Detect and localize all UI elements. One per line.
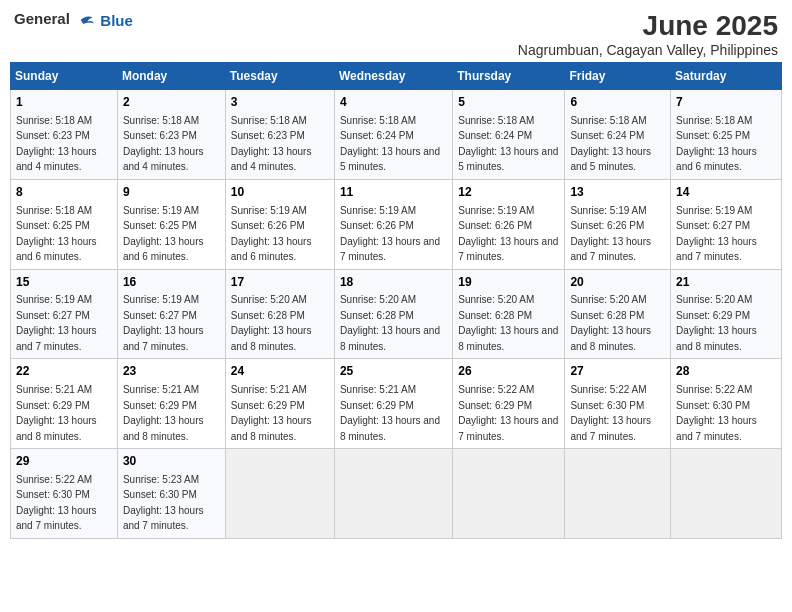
day-number: 14 bbox=[676, 184, 776, 201]
day-cell: 2Sunrise: 5:18 AMSunset: 6:23 PMDaylight… bbox=[117, 90, 225, 180]
day-info: Sunrise: 5:20 AMSunset: 6:28 PMDaylight:… bbox=[340, 294, 440, 352]
day-number: 2 bbox=[123, 94, 220, 111]
day-number: 6 bbox=[570, 94, 665, 111]
day-cell: 17Sunrise: 5:20 AMSunset: 6:28 PMDayligh… bbox=[225, 269, 334, 359]
day-number: 23 bbox=[123, 363, 220, 380]
day-cell: 30Sunrise: 5:23 AMSunset: 6:30 PMDayligh… bbox=[117, 449, 225, 539]
calendar-table: SundayMondayTuesdayWednesdayThursdayFrid… bbox=[10, 62, 782, 539]
day-cell: 22Sunrise: 5:21 AMSunset: 6:29 PMDayligh… bbox=[11, 359, 118, 449]
day-number: 18 bbox=[340, 274, 447, 291]
day-number: 17 bbox=[231, 274, 329, 291]
day-info: Sunrise: 5:19 AMSunset: 6:26 PMDaylight:… bbox=[458, 205, 558, 263]
day-number: 11 bbox=[340, 184, 447, 201]
day-cell: 19Sunrise: 5:20 AMSunset: 6:28 PMDayligh… bbox=[453, 269, 565, 359]
day-number: 3 bbox=[231, 94, 329, 111]
day-cell bbox=[334, 449, 452, 539]
col-header-friday: Friday bbox=[565, 63, 671, 90]
week-row-4: 22Sunrise: 5:21 AMSunset: 6:29 PMDayligh… bbox=[11, 359, 782, 449]
logo-general: General bbox=[14, 10, 70, 27]
day-number: 7 bbox=[676, 94, 776, 111]
day-cell: 13Sunrise: 5:19 AMSunset: 6:26 PMDayligh… bbox=[565, 179, 671, 269]
week-row-2: 8Sunrise: 5:18 AMSunset: 6:25 PMDaylight… bbox=[11, 179, 782, 269]
header-row: SundayMondayTuesdayWednesdayThursdayFrid… bbox=[11, 63, 782, 90]
day-cell: 20Sunrise: 5:20 AMSunset: 6:28 PMDayligh… bbox=[565, 269, 671, 359]
day-cell bbox=[453, 449, 565, 539]
day-cell: 1Sunrise: 5:18 AMSunset: 6:23 PMDaylight… bbox=[11, 90, 118, 180]
col-header-tuesday: Tuesday bbox=[225, 63, 334, 90]
day-info: Sunrise: 5:21 AMSunset: 6:29 PMDaylight:… bbox=[16, 384, 97, 442]
day-number: 20 bbox=[570, 274, 665, 291]
day-info: Sunrise: 5:19 AMSunset: 6:27 PMDaylight:… bbox=[16, 294, 97, 352]
subtitle: Nagrumbuan, Cagayan Valley, Philippines bbox=[518, 42, 778, 58]
day-info: Sunrise: 5:20 AMSunset: 6:29 PMDaylight:… bbox=[676, 294, 757, 352]
day-info: Sunrise: 5:22 AMSunset: 6:30 PMDaylight:… bbox=[676, 384, 757, 442]
day-number: 22 bbox=[16, 363, 112, 380]
col-header-thursday: Thursday bbox=[453, 63, 565, 90]
day-info: Sunrise: 5:18 AMSunset: 6:23 PMDaylight:… bbox=[16, 115, 97, 173]
day-cell bbox=[225, 449, 334, 539]
day-number: 15 bbox=[16, 274, 112, 291]
day-cell: 11Sunrise: 5:19 AMSunset: 6:26 PMDayligh… bbox=[334, 179, 452, 269]
title-area: June 2025 Nagrumbuan, Cagayan Valley, Ph… bbox=[518, 10, 778, 58]
day-cell bbox=[565, 449, 671, 539]
day-info: Sunrise: 5:18 AMSunset: 6:23 PMDaylight:… bbox=[231, 115, 312, 173]
day-number: 1 bbox=[16, 94, 112, 111]
day-info: Sunrise: 5:22 AMSunset: 6:30 PMDaylight:… bbox=[16, 474, 97, 532]
header: General Blue June 2025 Nagrumbuan, Cagay… bbox=[10, 10, 782, 58]
logo: General Blue bbox=[14, 10, 133, 30]
day-info: Sunrise: 5:18 AMSunset: 6:24 PMDaylight:… bbox=[340, 115, 440, 173]
day-cell: 16Sunrise: 5:19 AMSunset: 6:27 PMDayligh… bbox=[117, 269, 225, 359]
day-number: 19 bbox=[458, 274, 559, 291]
day-cell: 28Sunrise: 5:22 AMSunset: 6:30 PMDayligh… bbox=[671, 359, 782, 449]
day-info: Sunrise: 5:19 AMSunset: 6:26 PMDaylight:… bbox=[570, 205, 651, 263]
day-info: Sunrise: 5:20 AMSunset: 6:28 PMDaylight:… bbox=[458, 294, 558, 352]
day-cell bbox=[671, 449, 782, 539]
day-cell: 8Sunrise: 5:18 AMSunset: 6:25 PMDaylight… bbox=[11, 179, 118, 269]
day-info: Sunrise: 5:18 AMSunset: 6:24 PMDaylight:… bbox=[570, 115, 651, 173]
day-cell: 24Sunrise: 5:21 AMSunset: 6:29 PMDayligh… bbox=[225, 359, 334, 449]
day-number: 16 bbox=[123, 274, 220, 291]
day-cell: 27Sunrise: 5:22 AMSunset: 6:30 PMDayligh… bbox=[565, 359, 671, 449]
day-number: 26 bbox=[458, 363, 559, 380]
day-number: 29 bbox=[16, 453, 112, 470]
day-number: 8 bbox=[16, 184, 112, 201]
day-cell: 7Sunrise: 5:18 AMSunset: 6:25 PMDaylight… bbox=[671, 90, 782, 180]
main-title: June 2025 bbox=[518, 10, 778, 42]
day-info: Sunrise: 5:20 AMSunset: 6:28 PMDaylight:… bbox=[231, 294, 312, 352]
day-number: 12 bbox=[458, 184, 559, 201]
day-number: 24 bbox=[231, 363, 329, 380]
day-info: Sunrise: 5:18 AMSunset: 6:25 PMDaylight:… bbox=[676, 115, 757, 173]
day-cell: 14Sunrise: 5:19 AMSunset: 6:27 PMDayligh… bbox=[671, 179, 782, 269]
col-header-saturday: Saturday bbox=[671, 63, 782, 90]
day-number: 28 bbox=[676, 363, 776, 380]
logo-bird-icon bbox=[74, 10, 94, 30]
day-info: Sunrise: 5:18 AMSunset: 6:25 PMDaylight:… bbox=[16, 205, 97, 263]
day-info: Sunrise: 5:19 AMSunset: 6:27 PMDaylight:… bbox=[123, 294, 204, 352]
col-header-wednesday: Wednesday bbox=[334, 63, 452, 90]
day-info: Sunrise: 5:19 AMSunset: 6:26 PMDaylight:… bbox=[231, 205, 312, 263]
day-number: 27 bbox=[570, 363, 665, 380]
week-row-3: 15Sunrise: 5:19 AMSunset: 6:27 PMDayligh… bbox=[11, 269, 782, 359]
day-info: Sunrise: 5:19 AMSunset: 6:26 PMDaylight:… bbox=[340, 205, 440, 263]
day-cell: 3Sunrise: 5:18 AMSunset: 6:23 PMDaylight… bbox=[225, 90, 334, 180]
day-info: Sunrise: 5:19 AMSunset: 6:25 PMDaylight:… bbox=[123, 205, 204, 263]
day-cell: 25Sunrise: 5:21 AMSunset: 6:29 PMDayligh… bbox=[334, 359, 452, 449]
day-cell: 5Sunrise: 5:18 AMSunset: 6:24 PMDaylight… bbox=[453, 90, 565, 180]
day-number: 4 bbox=[340, 94, 447, 111]
day-info: Sunrise: 5:21 AMSunset: 6:29 PMDaylight:… bbox=[123, 384, 204, 442]
day-cell: 21Sunrise: 5:20 AMSunset: 6:29 PMDayligh… bbox=[671, 269, 782, 359]
day-info: Sunrise: 5:22 AMSunset: 6:29 PMDaylight:… bbox=[458, 384, 558, 442]
day-cell: 18Sunrise: 5:20 AMSunset: 6:28 PMDayligh… bbox=[334, 269, 452, 359]
day-cell: 26Sunrise: 5:22 AMSunset: 6:29 PMDayligh… bbox=[453, 359, 565, 449]
day-info: Sunrise: 5:21 AMSunset: 6:29 PMDaylight:… bbox=[231, 384, 312, 442]
day-info: Sunrise: 5:21 AMSunset: 6:29 PMDaylight:… bbox=[340, 384, 440, 442]
day-cell: 9Sunrise: 5:19 AMSunset: 6:25 PMDaylight… bbox=[117, 179, 225, 269]
day-info: Sunrise: 5:23 AMSunset: 6:30 PMDaylight:… bbox=[123, 474, 204, 532]
day-number: 9 bbox=[123, 184, 220, 201]
day-number: 10 bbox=[231, 184, 329, 201]
logo-blue: Blue bbox=[100, 12, 133, 29]
day-number: 25 bbox=[340, 363, 447, 380]
day-cell: 15Sunrise: 5:19 AMSunset: 6:27 PMDayligh… bbox=[11, 269, 118, 359]
day-info: Sunrise: 5:20 AMSunset: 6:28 PMDaylight:… bbox=[570, 294, 651, 352]
week-row-5: 29Sunrise: 5:22 AMSunset: 6:30 PMDayligh… bbox=[11, 449, 782, 539]
